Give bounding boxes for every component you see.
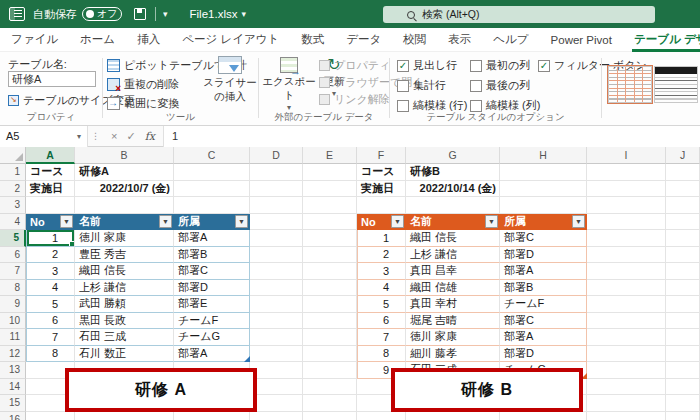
cell-D12[interactable] [250, 346, 303, 363]
formula-input[interactable]: 1 [164, 126, 700, 147]
cell-A16[interactable] [26, 412, 75, 420]
cell-H9[interactable]: チームF [500, 296, 587, 313]
cell-E7[interactable] [303, 263, 357, 280]
row-header-9[interactable]: 9 [0, 296, 26, 313]
column-header-F[interactable]: F [357, 147, 406, 164]
table-style-dark-thumbnail[interactable] [654, 66, 698, 103]
cell-D16[interactable] [250, 412, 303, 420]
save-icon[interactable] [134, 8, 146, 20]
ribbon-tab-0[interactable]: ファイル [0, 28, 69, 52]
cell-D4[interactable] [250, 214, 303, 231]
file-name[interactable]: File1.xlsx ▾ [190, 8, 246, 20]
cell-D11[interactable] [250, 329, 303, 346]
cell-D5[interactable] [250, 230, 303, 247]
cell-D15[interactable] [250, 395, 303, 412]
cell-J11[interactable] [666, 329, 700, 346]
cell-J3[interactable] [666, 197, 700, 214]
cell-H1[interactable] [500, 164, 587, 181]
cell-I9[interactable] [587, 296, 666, 313]
cell-G10[interactable]: 堀尾 吉晴 [406, 313, 500, 330]
autosave-toggle[interactable]: 自動保存 オフ [33, 7, 122, 22]
cell-G5[interactable]: 織田 信長 [406, 230, 500, 247]
cell-I6[interactable] [587, 247, 666, 264]
name-box[interactable]: A5 ▾ [0, 126, 88, 147]
row-header-7[interactable]: 7 [0, 263, 26, 280]
cell-H5[interactable]: 部署C [500, 230, 587, 247]
table-a-resize-handle[interactable] [244, 356, 250, 362]
cell-A2[interactable]: 実施日 [26, 181, 75, 198]
cell-B11[interactable]: 石田 三成 [75, 329, 174, 346]
cell-B8[interactable]: 上杉 謙信 [75, 280, 174, 297]
cell-E9[interactable] [303, 296, 357, 313]
column-header-J[interactable]: J [666, 147, 700, 164]
cell-D9[interactable] [250, 296, 303, 313]
cell-B3[interactable] [75, 197, 174, 214]
cell-E15[interactable] [303, 395, 357, 412]
cell-C10[interactable]: チームF [174, 313, 250, 330]
cell-G6[interactable]: 上杉 謙信 [406, 247, 500, 264]
cell-E10[interactable] [303, 313, 357, 330]
cell-A12[interactable]: 8 [26, 346, 75, 363]
cell-J8[interactable] [666, 280, 700, 297]
cell-I8[interactable] [587, 280, 666, 297]
cell-F1[interactable]: コース [357, 164, 406, 181]
table-name-input[interactable]: 研修A [8, 71, 96, 87]
column-header-I[interactable]: I [587, 147, 666, 164]
cell-B6[interactable]: 豊臣 秀吉 [75, 247, 174, 264]
cell-I4[interactable] [587, 214, 666, 231]
cell-C11[interactable]: チームG [174, 329, 250, 346]
cell-H12[interactable]: 部署D [500, 346, 587, 363]
cell-E1[interactable] [303, 164, 357, 181]
cell-I5[interactable] [587, 230, 666, 247]
cell-G4[interactable]: 名前▼ [406, 214, 500, 231]
cell-F12[interactable]: 8 [357, 346, 406, 363]
row-header-11[interactable]: 11 [0, 329, 26, 346]
cancel-icon[interactable]: × [111, 130, 117, 142]
ribbon-tab-1[interactable]: ホーム [69, 28, 126, 52]
cell-C12[interactable]: 部署A [174, 346, 250, 363]
cell-G12[interactable]: 細川 藤孝 [406, 346, 500, 363]
ribbon-tab-8[interactable]: ヘルプ [482, 28, 539, 52]
cell-D8[interactable] [250, 280, 303, 297]
cell-G1[interactable]: 研修B [406, 164, 500, 181]
search-box[interactable]: 検索 (Alt+Q) [383, 6, 655, 23]
ribbon-tab-2[interactable]: 挿入 [126, 28, 171, 52]
row-header-12[interactable]: 12 [0, 346, 26, 363]
cell-E12[interactable] [303, 346, 357, 363]
cell-B1[interactable]: 研修A [75, 164, 174, 181]
cell-H3[interactable] [500, 197, 587, 214]
cell-C16[interactable] [174, 412, 250, 420]
cell-A11[interactable]: 7 [26, 329, 75, 346]
cell-J5[interactable] [666, 230, 700, 247]
ribbon-tab-10[interactable]: テーブル デザイン [623, 28, 700, 52]
cell-F3[interactable] [357, 197, 406, 214]
row-header-10[interactable]: 10 [0, 313, 26, 330]
enter-icon[interactable]: ✓ [126, 130, 135, 143]
cell-C6[interactable]: 部署B [174, 247, 250, 264]
cell-H6[interactable]: 部署D [500, 247, 587, 264]
cell-F11[interactable]: 7 [357, 329, 406, 346]
style-option-checkbox[interactable]: 集計行 [397, 78, 467, 93]
table-style-orange-thumbnail[interactable] [608, 66, 652, 103]
cell-F5[interactable]: 1 [357, 230, 406, 247]
ribbon-tab-7[interactable]: 表示 [437, 28, 482, 52]
cell-B5[interactable]: 徳川 家康 [75, 230, 174, 247]
cell-E2[interactable] [303, 181, 357, 198]
cell-D3[interactable] [250, 197, 303, 214]
cell-D7[interactable] [250, 263, 303, 280]
cell-I3[interactable] [587, 197, 666, 214]
cell-A6[interactable]: 2 [26, 247, 75, 264]
row-header-8[interactable]: 8 [0, 280, 26, 297]
ribbon-tab-3[interactable]: ページ レイアウト [171, 28, 290, 52]
style-option-checkbox[interactable]: 最後の列 [470, 78, 540, 93]
cell-H7[interactable]: 部署A [500, 263, 587, 280]
filter-button-icon[interactable]: ▼ [60, 215, 73, 228]
row-header-6[interactable]: 6 [0, 247, 26, 264]
cell-H4[interactable]: 所属▼ [500, 214, 587, 231]
cell-E4[interactable] [303, 214, 357, 231]
cell-A7[interactable]: 3 [26, 263, 75, 280]
cell-F6[interactable]: 2 [357, 247, 406, 264]
cell-G3[interactable] [406, 197, 500, 214]
filter-button-icon[interactable]: ▼ [235, 215, 248, 228]
column-header-B[interactable]: B [75, 147, 174, 164]
